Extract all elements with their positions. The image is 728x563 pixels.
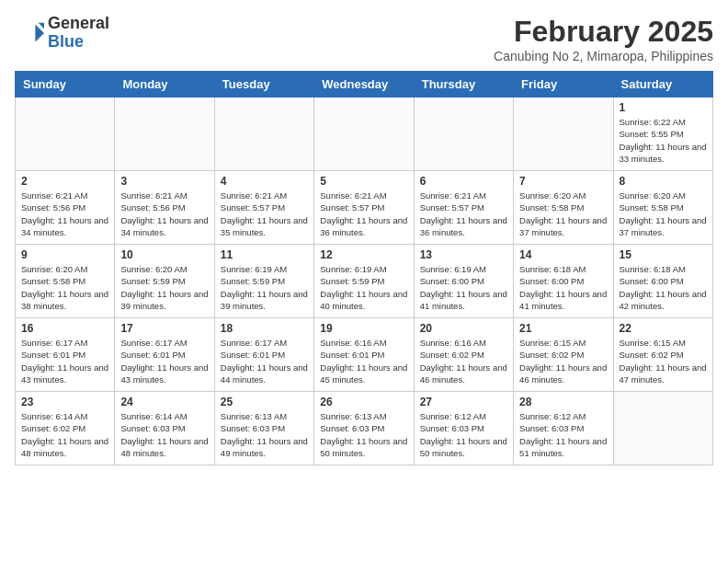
day-number: 2 (21, 175, 108, 188)
month-title: February 2025 (494, 15, 713, 49)
day-number: 14 (519, 248, 607, 261)
logo: General Blue (15, 15, 109, 52)
day-info: Sunrise: 6:13 AM Sunset: 6:03 PM Dayligh… (221, 410, 308, 459)
day-info: Sunrise: 6:21 AM Sunset: 5:57 PM Dayligh… (221, 190, 308, 238)
day-number: 22 (620, 322, 707, 335)
calendar-cell: 6Sunrise: 6:21 AM Sunset: 5:57 PM Daylig… (414, 171, 513, 245)
weekday-header-tuesday: Tuesday (214, 72, 313, 98)
calendar-cell: 9Sunrise: 6:20 AM Sunset: 5:58 PM Daylig… (16, 245, 115, 318)
day-info: Sunrise: 6:12 AM Sunset: 6:03 PM Dayligh… (420, 410, 507, 459)
day-number: 20 (420, 322, 507, 335)
day-number: 19 (320, 322, 407, 335)
day-info: Sunrise: 6:17 AM Sunset: 6:01 PM Dayligh… (221, 337, 308, 385)
day-info: Sunrise: 6:12 AM Sunset: 6:03 PM Dayligh… (519, 410, 607, 459)
day-number: 24 (120, 396, 208, 408)
day-number: 27 (420, 396, 507, 408)
calendar-cell: 5Sunrise: 6:21 AM Sunset: 5:57 PM Daylig… (314, 171, 414, 245)
weekday-header-friday: Friday (514, 72, 613, 98)
day-number: 21 (519, 322, 607, 335)
calendar-cell: 11Sunrise: 6:19 AM Sunset: 5:59 PM Dayli… (214, 245, 313, 318)
day-number: 11 (221, 248, 308, 261)
calendar-cell: 22Sunrise: 6:15 AM Sunset: 6:02 PM Dayli… (613, 318, 712, 392)
calendar-cell: 4Sunrise: 6:21 AM Sunset: 5:57 PM Daylig… (214, 171, 313, 245)
calendar-cell (314, 98, 414, 171)
logo-blue-text: Blue (48, 33, 109, 52)
day-info: Sunrise: 6:19 AM Sunset: 6:00 PM Dayligh… (420, 263, 507, 312)
day-info: Sunrise: 6:22 AM Sunset: 5:55 PM Dayligh… (620, 116, 707, 165)
day-number: 9 (21, 248, 108, 261)
day-number: 4 (221, 175, 308, 188)
calendar-week-5: 23Sunrise: 6:14 AM Sunset: 6:02 PM Dayli… (16, 392, 713, 465)
day-info: Sunrise: 6:20 AM Sunset: 5:58 PM Dayligh… (519, 190, 607, 238)
weekday-header-monday: Monday (115, 72, 214, 98)
calendar-cell (16, 98, 115, 171)
calendar-cell (613, 392, 712, 465)
day-number: 3 (120, 175, 208, 188)
calendar-cell: 18Sunrise: 6:17 AM Sunset: 6:01 PM Dayli… (214, 318, 313, 392)
day-info: Sunrise: 6:18 AM Sunset: 6:00 PM Dayligh… (620, 263, 707, 312)
day-info: Sunrise: 6:21 AM Sunset: 5:56 PM Dayligh… (21, 190, 108, 238)
calendar-cell: 14Sunrise: 6:18 AM Sunset: 6:00 PM Dayli… (514, 245, 613, 318)
logo-general-text: General (48, 15, 109, 33)
day-number: 18 (221, 322, 308, 335)
calendar-cell: 2Sunrise: 6:21 AM Sunset: 5:56 PM Daylig… (16, 171, 115, 245)
weekday-header-saturday: Saturday (613, 72, 712, 98)
calendar-cell: 12Sunrise: 6:19 AM Sunset: 5:59 PM Dayli… (314, 245, 414, 318)
calendar-cell: 13Sunrise: 6:19 AM Sunset: 6:00 PM Dayli… (414, 245, 513, 318)
day-info: Sunrise: 6:17 AM Sunset: 6:01 PM Dayligh… (21, 337, 108, 385)
calendar-cell: 26Sunrise: 6:13 AM Sunset: 6:03 PM Dayli… (314, 392, 414, 465)
day-number: 6 (420, 175, 507, 188)
day-number: 7 (519, 175, 607, 188)
title-section: February 2025 Canubing No 2, Mimaropa, P… (494, 15, 713, 63)
day-info: Sunrise: 6:16 AM Sunset: 6:02 PM Dayligh… (420, 337, 507, 385)
calendar-cell (514, 98, 613, 171)
weekday-header-row: SundayMondayTuesdayWednesdayThursdayFrid… (16, 72, 713, 98)
page-header: General Blue February 2025 Canubing No 2… (15, 15, 713, 63)
calendar-week-2: 2Sunrise: 6:21 AM Sunset: 5:56 PM Daylig… (16, 171, 713, 245)
day-info: Sunrise: 6:19 AM Sunset: 5:59 PM Dayligh… (221, 263, 308, 312)
day-number: 13 (420, 248, 507, 261)
calendar-cell: 19Sunrise: 6:16 AM Sunset: 6:01 PM Dayli… (314, 318, 414, 392)
calendar-cell: 15Sunrise: 6:18 AM Sunset: 6:00 PM Dayli… (613, 245, 712, 318)
day-info: Sunrise: 6:15 AM Sunset: 6:02 PM Dayligh… (620, 337, 707, 385)
calendar-week-3: 9Sunrise: 6:20 AM Sunset: 5:58 PM Daylig… (16, 245, 713, 318)
day-info: Sunrise: 6:21 AM Sunset: 5:57 PM Dayligh… (420, 190, 507, 238)
weekday-header-sunday: Sunday (16, 72, 115, 98)
calendar-cell: 28Sunrise: 6:12 AM Sunset: 6:03 PM Dayli… (514, 392, 613, 465)
weekday-header-wednesday: Wednesday (314, 72, 414, 98)
day-number: 8 (620, 175, 707, 188)
day-info: Sunrise: 6:14 AM Sunset: 6:02 PM Dayligh… (21, 410, 108, 459)
day-info: Sunrise: 6:17 AM Sunset: 6:01 PM Dayligh… (120, 337, 208, 385)
day-info: Sunrise: 6:18 AM Sunset: 6:00 PM Dayligh… (519, 263, 607, 312)
day-number: 5 (320, 175, 407, 188)
day-info: Sunrise: 6:15 AM Sunset: 6:02 PM Dayligh… (519, 337, 607, 385)
calendar-cell: 24Sunrise: 6:14 AM Sunset: 6:03 PM Dayli… (115, 392, 214, 465)
day-info: Sunrise: 6:20 AM Sunset: 5:59 PM Dayligh… (120, 263, 208, 312)
calendar-cell: 17Sunrise: 6:17 AM Sunset: 6:01 PM Dayli… (115, 318, 214, 392)
weekday-header-thursday: Thursday (414, 72, 513, 98)
calendar-cell: 27Sunrise: 6:12 AM Sunset: 6:03 PM Dayli… (414, 392, 513, 465)
day-number: 26 (320, 396, 407, 408)
calendar-cell: 7Sunrise: 6:20 AM Sunset: 5:58 PM Daylig… (514, 171, 613, 245)
day-number: 12 (320, 248, 407, 261)
calendar-cell: 16Sunrise: 6:17 AM Sunset: 6:01 PM Dayli… (16, 318, 115, 392)
calendar-cell: 8Sunrise: 6:20 AM Sunset: 5:58 PM Daylig… (613, 171, 712, 245)
day-info: Sunrise: 6:20 AM Sunset: 5:58 PM Dayligh… (620, 190, 707, 238)
day-number: 25 (221, 396, 308, 408)
day-number: 1 (620, 101, 707, 114)
calendar-cell: 21Sunrise: 6:15 AM Sunset: 6:02 PM Dayli… (514, 318, 613, 392)
day-number: 10 (120, 248, 208, 261)
logo-icon (15, 18, 44, 48)
day-info: Sunrise: 6:21 AM Sunset: 5:57 PM Dayligh… (320, 190, 407, 238)
calendar-week-1: 1Sunrise: 6:22 AM Sunset: 5:55 PM Daylig… (16, 98, 713, 171)
calendar-week-4: 16Sunrise: 6:17 AM Sunset: 6:01 PM Dayli… (16, 318, 713, 392)
calendar-cell: 25Sunrise: 6:13 AM Sunset: 6:03 PM Dayli… (214, 392, 313, 465)
calendar-cell: 10Sunrise: 6:20 AM Sunset: 5:59 PM Dayli… (115, 245, 214, 318)
day-number: 15 (620, 248, 707, 261)
day-number: 28 (519, 396, 607, 408)
day-number: 17 (120, 322, 208, 335)
calendar-table: SundayMondayTuesdayWednesdayThursdayFrid… (15, 71, 713, 465)
day-number: 16 (21, 322, 108, 335)
calendar-cell: 3Sunrise: 6:21 AM Sunset: 5:56 PM Daylig… (115, 171, 214, 245)
calendar-cell (414, 98, 513, 171)
